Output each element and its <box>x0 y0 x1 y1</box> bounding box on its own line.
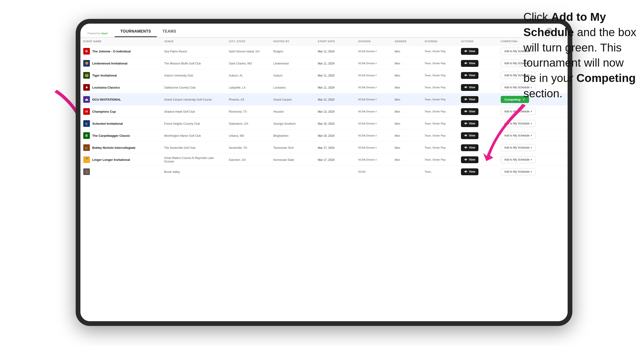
view-button[interactable]: 👁 View <box>461 169 478 175</box>
cell-city: Lafayette, LA <box>226 81 270 94</box>
cell-competing: Add to My Schedule + <box>498 166 568 178</box>
cell-division: NCAA Division I <box>356 130 392 142</box>
city-text: Sevierville, TN <box>229 146 247 150</box>
cell-hosted: Grand Canyon <box>270 94 315 106</box>
scoring-text: Team, Stroke Play <box>424 158 446 161</box>
cell-venue: Forest Heights Country Club <box>161 118 226 130</box>
host-text: Georgia Southern <box>274 122 296 125</box>
scoring-text: Team, Stroke Play <box>424 50 446 53</box>
view-button[interactable]: 👁 View <box>461 132 478 139</box>
tab-tournaments[interactable]: TOURNAMENTS <box>115 27 157 37</box>
view-button[interactable]: 👁 View <box>461 156 478 163</box>
cell-date: Mar 13, 2024 <box>315 106 356 118</box>
cell-scoring: Team, Stroke Play <box>422 118 458 130</box>
cell-event: 🦅 Schenkel Invitational <box>80 118 161 130</box>
event-name-text: The Carpetbagger Classic <box>92 134 130 138</box>
team-logo: 🦁 <box>83 60 90 67</box>
view-button[interactable]: 👁 View <box>461 48 478 55</box>
annotation-right: Click Add to My Schedule and the box wil… <box>524 9 637 101</box>
eye-icon: 👁 <box>464 146 467 150</box>
cell-event: H Champions Cup <box>80 106 161 118</box>
team-logo: 🦅 <box>83 120 90 127</box>
arrow-right-icon <box>480 102 527 163</box>
date-text: Mar 16, 2024 <box>318 134 335 138</box>
city-text: Auburn, AL <box>229 74 243 77</box>
city-text: Richmond, TX <box>229 110 247 113</box>
scoring-text: Team, Stroke Play <box>424 74 446 77</box>
view-button[interactable]: 👁 View <box>461 108 478 115</box>
date-text: Mar 11, 2024 <box>318 50 335 53</box>
team-logo: ⛰ <box>83 96 90 103</box>
city-text: Eatonton, GA <box>229 158 246 162</box>
view-button[interactable]: 👁 View <box>461 72 478 79</box>
cell-scoring: Team, Stroke Play <box>422 69 458 81</box>
plus-icon: + <box>530 122 532 125</box>
host-text: Lindenwood <box>274 62 289 65</box>
cell-city <box>226 166 270 178</box>
cell-scoring: Team, Stroke Play <box>422 57 458 69</box>
venue-text: Great Waters Course At Reynolds Lake Oco… <box>164 156 214 163</box>
venue-text: Worthington Manor Golf Club <box>164 134 201 138</box>
city-text: Lafayette, LA <box>229 86 246 89</box>
cell-division: NCAA <box>356 166 392 178</box>
view-button[interactable]: 👁 View <box>461 84 478 91</box>
cell-actions: 👁 View <box>458 69 498 81</box>
cell-hosted: Kennesaw State <box>270 154 315 166</box>
event-name-text: Louisiana Classics <box>92 86 120 89</box>
scoring-text: Team, Stroke Play <box>424 122 446 125</box>
table-row: ⚜ Louisiana Classics Oakbourne Country C… <box>80 81 568 94</box>
cell-gender: Men <box>392 130 422 142</box>
cell-city: Eatonton, GA <box>226 154 270 166</box>
cell-venue: Sea Palms Resort <box>161 45 226 57</box>
date-text: Mar 11, 2024 <box>318 74 335 77</box>
logo-powered: Powered by clippd <box>88 32 108 35</box>
eye-icon: 👁 <box>464 110 467 113</box>
table-container: EVENT NAME VENUE CITY, STATE HOSTED BY S… <box>80 37 568 321</box>
team-logo: 🦅 <box>83 144 90 151</box>
host-text: Kennesaw State <box>274 158 294 162</box>
venue-text: Auburn University Club <box>164 74 193 77</box>
competing-label: Competing <box>504 98 520 101</box>
col-header-gender: GENDER <box>392 37 422 45</box>
date-text: Mar 13, 2024 <box>318 110 335 113</box>
cell-division: NCAA Division I <box>356 154 392 166</box>
cell-date <box>315 166 356 178</box>
view-button[interactable]: 👁 View <box>461 96 478 103</box>
cell-event: B The Carpetbagger Classic <box>80 130 161 142</box>
view-button[interactable]: 👁 View <box>461 60 478 67</box>
cell-scoring: Team, Stroke Play <box>422 142 458 154</box>
host-text: Tennessee Tech <box>274 146 294 150</box>
division-text: NCAA Division I <box>358 62 377 65</box>
view-button[interactable]: 👁 View <box>461 144 478 151</box>
cell-gender: Men <box>392 142 422 154</box>
cell-venue: Grand Canyon University Golf Course <box>161 94 226 106</box>
cell-hosted: Louisiana <box>270 81 315 94</box>
app-header: Powered by clippd TOURNAMENTS TEAMS | <box>80 24 568 37</box>
host-text: Louisiana <box>274 86 286 89</box>
table-header-row: EVENT NAME VENUE CITY, STATE HOSTED BY S… <box>80 37 568 45</box>
eye-icon: 👁 <box>464 86 467 89</box>
team-logo: 🐯 <box>83 72 90 79</box>
cell-event: 🦅 Bobby Nichols Intercollegiate <box>80 142 161 154</box>
tab-teams[interactable]: TEAMS <box>157 27 182 37</box>
cell-date: Mar 11, 2024 <box>315 69 356 81</box>
col-header-hosted: HOSTED BY <box>270 37 315 45</box>
division-text: NCAA Division I <box>358 146 377 149</box>
table-row: R The Johnnie - O Individual Sea Palms R… <box>80 45 568 57</box>
cell-city: Auburn, AL <box>226 69 270 81</box>
eye-icon: 👁 <box>464 122 467 125</box>
venue-text: Brook Valley <box>164 170 180 173</box>
host-text: Rutgers <box>274 50 283 53</box>
date-text: Mar 12, 2024 <box>318 98 335 101</box>
cell-scoring: Team, Stroke Play <box>422 81 458 94</box>
cell-division: NCAA Division I <box>356 45 392 57</box>
view-button[interactable]: 👁 View <box>461 120 478 127</box>
add-to-schedule-button[interactable]: Add to My Schedule + <box>501 168 536 175</box>
cell-scoring: Team, Stroke Play <box>422 94 458 106</box>
cell-event: 🦁 Lindenwood Invitational <box>80 57 161 69</box>
cell-actions: 👁 View <box>458 81 498 94</box>
nav-tabs: TOURNAMENTS TEAMS <box>115 27 182 37</box>
eye-icon: 👁 <box>464 50 467 53</box>
cell-city: Sevierville, TN <box>226 142 270 154</box>
cell-venue: Oakbourne Country Club <box>161 81 226 94</box>
